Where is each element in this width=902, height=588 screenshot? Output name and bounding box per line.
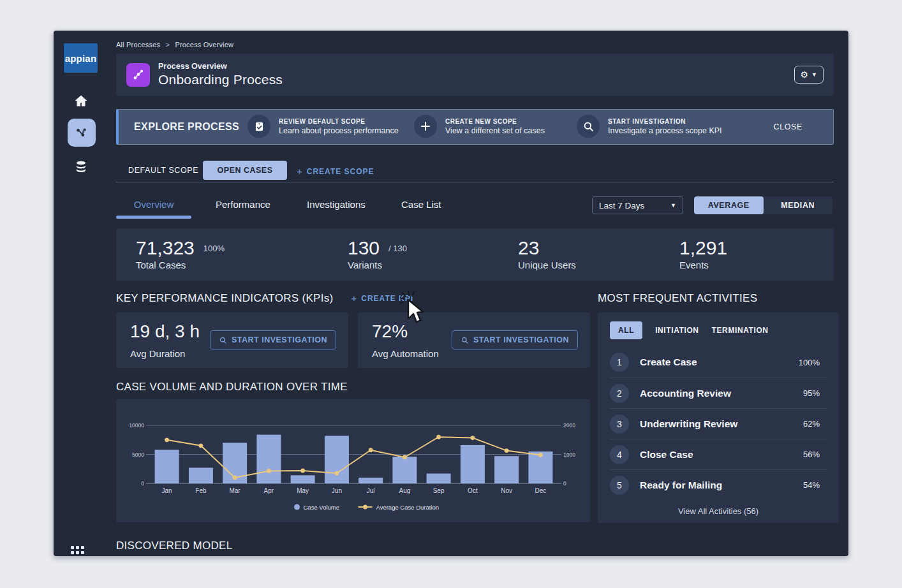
stat-value: 130	[348, 237, 380, 259]
active-tab-indicator	[116, 216, 191, 219]
tab-initiation[interactable]: INITIATION	[655, 326, 699, 335]
activity-name: Ready for Mailing	[640, 480, 722, 491]
breadcrumb-process-overview: Process Overview	[175, 41, 233, 48]
item-subtitle: View a different set of cases	[445, 126, 545, 135]
view-all-activities-link[interactable]: View All Activities (56)	[598, 506, 839, 516]
svg-text:Sep: Sep	[433, 487, 445, 494]
svg-text:1000: 1000	[563, 452, 575, 458]
svg-text:0: 0	[141, 480, 144, 487]
svg-text:10000: 10000	[129, 422, 144, 429]
breadcrumb: All Processes > Process Overview	[116, 41, 233, 48]
view-tabs: Overview Performance Investigations Case…	[116, 194, 834, 221]
stat-unique-users: 23 Unique Users	[518, 237, 576, 270]
summary-stats-bar: 71,323 100% Total Cases 130 / 130 Varian…	[116, 228, 834, 281]
activity-percent: 56%	[803, 450, 827, 459]
activities-heading: MOST FREQUENT ACTIVITIES	[598, 292, 757, 305]
stat-value: 71,323	[136, 237, 195, 259]
tab-overview[interactable]: Overview	[116, 199, 191, 210]
tab-performance[interactable]: Performance	[216, 199, 270, 210]
start-investigation-item[interactable]: START INVESTIGATION Investigate a proces…	[577, 115, 722, 138]
tab-overview-label: Overview	[134, 199, 174, 210]
breadcrumb-all-processes[interactable]: All Processes	[116, 41, 160, 48]
tab-case-list[interactable]: Case List	[401, 199, 441, 210]
kpi-label: Avg Automation	[372, 348, 439, 359]
close-banner-button[interactable]: CLOSE	[774, 122, 802, 131]
process-badge-icon	[126, 63, 150, 87]
create-kpi-button[interactable]: + CREATE KPI	[351, 293, 414, 304]
stat-label: Total Cases	[136, 260, 225, 270]
appian-logo[interactable]: appian	[64, 43, 98, 73]
sidebar-item-process-mining[interactable]	[68, 119, 96, 147]
activity-row[interactable]: 4 Close Case 56%	[610, 439, 827, 469]
home-icon[interactable]	[73, 93, 89, 108]
settings-menu-button[interactable]: ⚙ ▼	[794, 66, 824, 84]
kpi-section-title: KEY PERFORMANCE INDICATORS (KPIs)	[116, 292, 334, 304]
svg-text:5000: 5000	[132, 452, 144, 458]
activity-percent: 95%	[803, 388, 827, 398]
sidebar: appian	[54, 31, 115, 556]
tab-investigations[interactable]: Investigations	[307, 199, 366, 210]
activity-row[interactable]: 5 Ready for Mailing 54%	[610, 469, 827, 500]
activity-name: Create Case	[640, 356, 697, 368]
svg-text:Nov: Nov	[501, 487, 512, 494]
tab-default-scope[interactable]: DEFAULT SCOPE	[128, 166, 198, 175]
plus-icon	[414, 115, 437, 138]
svg-text:0: 0	[563, 480, 566, 487]
toggle-average[interactable]: AVERAGE	[694, 196, 764, 214]
database-icon[interactable]	[73, 159, 89, 175]
gear-icon: ⚙	[801, 70, 809, 80]
tab-termination[interactable]: TERMINATION	[712, 326, 769, 335]
explore-process-banner: EXPLORE PROCESS REVIEW DEFAULT SCOPE Lea…	[116, 109, 834, 145]
search-icon	[577, 115, 600, 138]
svg-text:Jun: Jun	[332, 487, 342, 494]
kpi-section-heading: KEY PERFORMANCE INDICATORS (KPIs) + CREA…	[116, 292, 413, 305]
app-window: appian All Processes > Process Overview	[54, 31, 848, 556]
activity-name: Close Case	[640, 449, 693, 460]
breadcrumb-separator: >	[166, 41, 170, 48]
item-subtitle: Investigate a process scope KPI	[608, 126, 722, 135]
svg-text:Jul: Jul	[367, 487, 375, 494]
create-scope-label: CREATE SCOPE	[307, 167, 374, 176]
item-title: REVIEW DEFAULT SCOPE	[279, 118, 399, 125]
create-new-scope-item[interactable]: CREATE NEW SCOPE View a different set of…	[414, 115, 545, 138]
svg-text:Average Case Duration: Average Case Duration	[376, 504, 440, 511]
start-investigation-button[interactable]: START INVESTIGATION	[210, 330, 336, 349]
aggregation-toggle: AVERAGE MEDIAN	[694, 196, 832, 214]
activities-panel: ALL INITIATION TERMINATION 1 Create Case…	[598, 312, 839, 523]
rank-badge: 4	[610, 445, 629, 464]
app-grid-icon[interactable]	[71, 546, 89, 556]
svg-text:Mar: Mar	[229, 487, 240, 494]
activity-row[interactable]: 1 Create Case 100%	[610, 347, 827, 378]
stat-suffix: 100%	[203, 244, 225, 253]
button-label: START INVESTIGATION	[232, 335, 327, 344]
page-title: Onboarding Process	[158, 72, 283, 87]
stat-suffix: / 130	[388, 244, 407, 253]
plus-icon: +	[351, 293, 358, 304]
case-volume-duration-chart: 0500010000010002000JanFebMarAprMayJunJul…	[116, 399, 590, 522]
create-scope-button[interactable]: + CREATE SCOPE	[297, 166, 374, 177]
search-icon	[219, 336, 227, 344]
svg-text:Dec: Dec	[535, 487, 547, 494]
activity-name: Underwriting Review	[640, 418, 737, 430]
date-range-select[interactable]: Last 7 Days ▼	[592, 196, 683, 214]
toggle-median[interactable]: MEDIAN	[764, 196, 833, 214]
case-volume-chart-panel: 0500010000010002000JanFebMarAprMayJunJul…	[116, 399, 590, 522]
activity-percent: 62%	[803, 419, 827, 429]
svg-text:Apr: Apr	[264, 487, 274, 494]
button-label: START INVESTIGATION	[473, 335, 569, 344]
kpi-label: Avg Duration	[130, 348, 185, 359]
activity-row[interactable]: 2 Accounting Review 95%	[610, 378, 827, 408]
tab-open-cases[interactable]: OPEN CASES	[203, 161, 287, 180]
activities-tabs: ALL INITIATION TERMINATION	[610, 321, 769, 339]
activity-row[interactable]: 3 Underwriting Review 62%	[610, 408, 827, 439]
stat-value: 1,291	[679, 237, 727, 259]
search-icon	[461, 336, 469, 344]
activity-percent: 100%	[799, 358, 827, 367]
start-investigation-button[interactable]: START INVESTIGATION	[452, 330, 578, 349]
tab-all[interactable]: ALL	[610, 321, 642, 339]
svg-text:Feb: Feb	[195, 487, 207, 494]
kpi-card-avg-automation: 72% Avg Automation START INVESTIGATION	[358, 312, 590, 368]
review-default-scope-item[interactable]: REVIEW DEFAULT SCOPE Learn about process…	[248, 115, 399, 138]
item-title: START INVESTIGATION	[608, 118, 722, 125]
plus-icon: +	[297, 166, 303, 177]
